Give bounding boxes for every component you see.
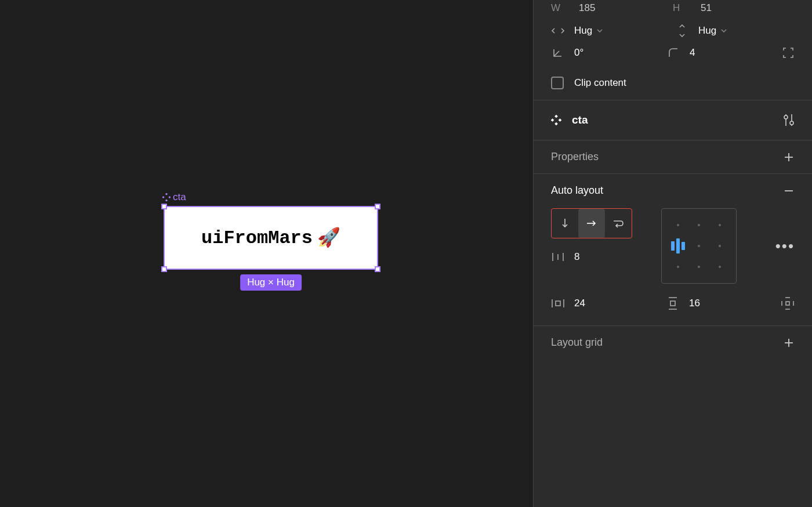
svg-rect-4	[554, 115, 558, 118]
component-icon	[162, 193, 171, 201]
component-frame-label[interactable]: cta	[162, 191, 186, 203]
autolayout-section: Auto layout	[534, 174, 812, 326]
autolayout-more-button[interactable]: •••	[775, 237, 795, 255]
vertical-sizing-dropdown[interactable]: Hug	[675, 24, 795, 37]
direction-toggle-group	[551, 208, 632, 238]
svg-rect-3	[168, 196, 171, 198]
clip-content-checkbox[interactable]	[551, 77, 564, 89]
svg-rect-0	[165, 193, 168, 195]
frame-dimensions-section: W 185 H 51 Hug	[534, 0, 812, 100]
svg-rect-5	[554, 122, 558, 125]
clip-content-label: Clip content	[574, 77, 626, 89]
svg-rect-30	[786, 302, 789, 305]
horizontal-padding-field[interactable]: 24	[551, 298, 657, 309]
independent-corners-icon[interactable]	[782, 46, 795, 59]
canvas-area[interactable]: cta uiFromMars 🚀 Hug × Hug	[0, 0, 533, 507]
rotation-icon	[551, 48, 565, 58]
resize-handle-top-right[interactable]	[375, 204, 380, 209]
resize-handle-bottom-left[interactable]	[161, 266, 167, 272]
add-layout-grid-button[interactable]	[783, 337, 795, 349]
rocket-emoji: 🚀	[317, 226, 340, 249]
layout-grid-title: Layout grid	[551, 336, 603, 349]
vertical-padding-field[interactable]: 16	[666, 296, 771, 310]
alignment-left-center	[671, 238, 685, 253]
svg-point-9	[784, 115, 788, 119]
component-name-text: cta	[572, 114, 588, 126]
rotation-field[interactable]: 0°	[551, 47, 666, 59]
adjust-icon[interactable]	[783, 113, 795, 127]
svg-rect-25	[670, 301, 675, 306]
layout-grid-section: Layout grid	[534, 326, 812, 359]
autolayout-title: Auto layout	[551, 184, 603, 197]
svg-rect-6	[551, 118, 554, 122]
selected-component: cta uiFromMars 🚀 Hug × Hug	[164, 206, 378, 270]
height-label: H	[673, 2, 690, 14]
item-spacing-icon	[551, 252, 565, 262]
svg-rect-1	[165, 199, 168, 201]
svg-rect-2	[162, 196, 165, 198]
svg-point-11	[790, 121, 793, 125]
add-property-button[interactable]	[783, 151, 795, 163]
alignment-grid[interactable]	[661, 208, 737, 284]
corner-radius-field[interactable]: 4	[666, 47, 782, 59]
svg-rect-7	[559, 118, 561, 122]
resize-handle-top-left[interactable]	[161, 204, 167, 209]
size-badge: Hug × Hug	[240, 274, 302, 291]
chevron-down-icon	[721, 29, 727, 32]
item-spacing-field[interactable]: 8	[551, 251, 632, 263]
height-field[interactable]: H 51	[673, 2, 795, 14]
horizontal-padding-icon	[551, 298, 565, 309]
height-value: 51	[701, 2, 735, 14]
vertical-padding-icon	[666, 296, 680, 310]
corner-radius-icon	[666, 48, 680, 58]
properties-title: Properties	[551, 151, 599, 163]
width-label: W	[551, 2, 568, 14]
width-value: 185	[579, 2, 614, 14]
direction-wrap-button[interactable]	[605, 209, 632, 238]
component-set-icon	[551, 115, 561, 125]
component-frame-name: cta	[173, 191, 186, 203]
chevron-down-icon	[597, 29, 603, 32]
direction-vertical-button[interactable]	[552, 209, 578, 238]
properties-section: Properties	[534, 140, 812, 174]
cta-text: uiFromMars 🚀	[201, 226, 340, 249]
svg-rect-22	[556, 301, 560, 306]
properties-panel: W 185 H 51 Hug	[533, 0, 812, 507]
resize-handle-bottom-right[interactable]	[375, 266, 380, 272]
component-section: cta	[534, 100, 812, 140]
vertical-resize-icon	[675, 24, 689, 37]
horizontal-sizing-dropdown[interactable]: Hug	[551, 24, 670, 37]
cta-frame[interactable]: uiFromMars 🚀 Hug × Hug	[164, 206, 378, 270]
width-field[interactable]: W 185	[551, 2, 673, 14]
remove-autolayout-button[interactable]	[783, 185, 795, 197]
direction-horizontal-button[interactable]	[578, 209, 605, 238]
independent-padding-icon[interactable]	[781, 296, 795, 310]
horizontal-resize-icon	[551, 27, 565, 35]
